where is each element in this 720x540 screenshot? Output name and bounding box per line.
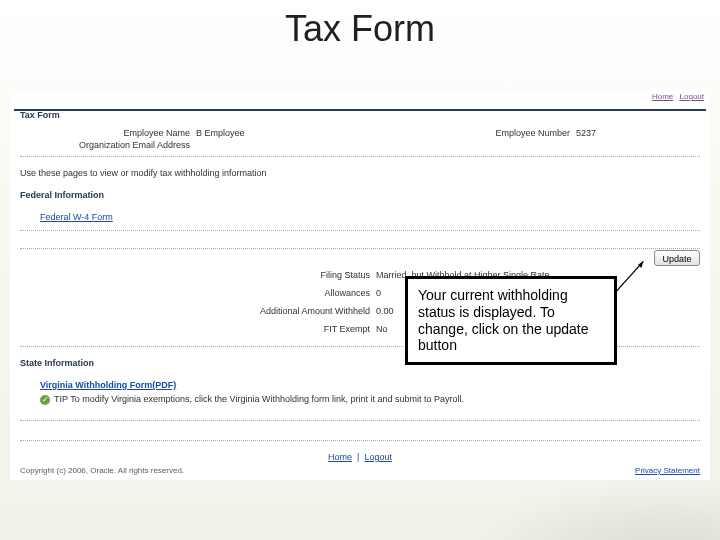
- slide-decor: [460, 480, 720, 540]
- state-tip-text: TIP To modify Virginia exemptions, click…: [54, 394, 464, 404]
- top-mini-links: Home Logout: [648, 92, 704, 101]
- svg-marker-1: [638, 261, 643, 268]
- instruction-callout: Your current withholding status is displ…: [405, 276, 617, 365]
- privacy-link[interactable]: Privacy Statement: [635, 466, 700, 475]
- allowances-label: Allowances: [250, 288, 370, 298]
- filing-status-label: Filing Status: [250, 270, 370, 280]
- page-title: Tax Form: [20, 110, 60, 120]
- allowances-value: 0: [376, 288, 381, 298]
- divider-1: [20, 156, 700, 157]
- update-button[interactable]: Update: [654, 250, 700, 266]
- divider-3: [20, 248, 700, 249]
- footer-logout-link[interactable]: Logout: [364, 452, 392, 462]
- slide-title: Tax Form: [0, 8, 720, 50]
- fit-exempt-value: No: [376, 324, 388, 334]
- footer-home-link[interactable]: Home: [328, 452, 352, 462]
- footer-links: Home | Logout: [10, 452, 710, 462]
- employee-name-value: B Employee: [196, 128, 245, 138]
- header-rule: [14, 109, 706, 111]
- page-instruction: Use these pages to view or modify tax wi…: [20, 168, 267, 178]
- top-link-logout[interactable]: Logout: [680, 92, 704, 101]
- divider-6: [20, 440, 700, 441]
- state-form-link[interactable]: Virginia Withholding Form(PDF): [40, 380, 176, 390]
- svg-line-0: [613, 261, 643, 294]
- employee-name-label: Employee Name: [70, 128, 190, 138]
- employee-number-value: 5237: [576, 128, 596, 138]
- divider-5: [20, 420, 700, 421]
- top-link-home[interactable]: Home: [652, 92, 673, 101]
- additional-value: 0.00: [376, 306, 394, 316]
- federal-w4-link[interactable]: Federal W-4 Form: [40, 212, 113, 222]
- federal-heading: Federal Information: [20, 190, 104, 200]
- state-heading: State Information: [20, 358, 94, 368]
- additional-label: Additional Amount Withheld: [220, 306, 370, 316]
- copyright-text: Copyright (c) 2006, Oracle. All rights r…: [20, 466, 184, 475]
- org-email-label: Organization Email Address: [30, 140, 190, 150]
- tip-icon: ✓: [40, 395, 50, 405]
- state-tip-row: ✓TIP To modify Virginia exemptions, clic…: [40, 394, 464, 405]
- divider-2: [20, 230, 700, 231]
- employee-number-label: Employee Number: [450, 128, 570, 138]
- fit-exempt-label: FIT Exempt: [250, 324, 370, 334]
